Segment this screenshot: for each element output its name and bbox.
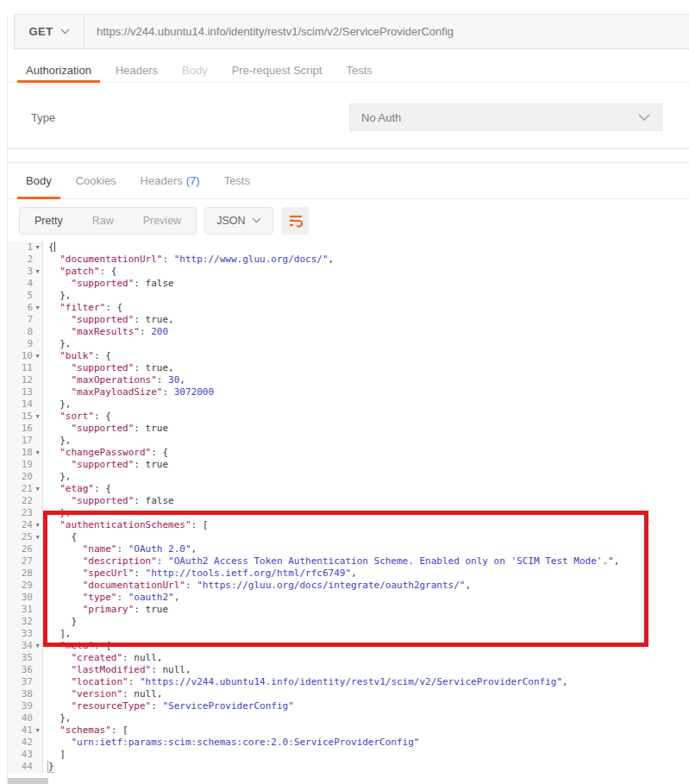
gutter-cell: 38 <box>8 688 43 700</box>
line-number: 4 <box>27 278 33 290</box>
gutter-cell: 35 <box>8 652 43 664</box>
line-number: 7 <box>27 314 33 326</box>
tab-response-body[interactable]: Body <box>14 163 64 198</box>
gutter-cell: 1▼ <box>8 241 43 254</box>
gutter-cell: 36 <box>8 664 43 676</box>
code-text: "bulk": { <box>43 350 111 362</box>
line-number: 39 <box>22 700 33 712</box>
code-text: "supported": false <box>43 495 174 507</box>
code-line: 35 "created": null, <box>8 652 689 664</box>
tab-response-cookies[interactable]: Cookies <box>64 163 128 198</box>
code-editor[interactable]: 1▼{2 "documentationUrl": "http://www.glu… <box>8 241 689 784</box>
gutter-cell: 18▼ <box>8 447 43 459</box>
code-line: 43 ] <box>8 749 689 761</box>
line-number: 23 <box>22 507 33 519</box>
line-number: 31 <box>22 604 33 616</box>
line-number: 6 <box>27 302 33 314</box>
fold-arrow-icon[interactable]: ▼ <box>33 447 42 459</box>
tab-label: Body <box>26 174 52 187</box>
auth-type-label: Type <box>31 111 55 124</box>
code-text: "maxPayloadSize": 3072000 <box>43 386 214 398</box>
tab-headers[interactable]: Headers <box>103 58 170 82</box>
gutter-cell: 17 <box>8 435 43 447</box>
line-number: 15 <box>22 411 33 423</box>
headers-count-badge: (7) <box>186 174 200 187</box>
code-line: 28 "specUrl": "http://tools.ietf.org/htm… <box>8 568 689 580</box>
gutter-cell: 24▼ <box>8 519 43 531</box>
tab-authorization[interactable]: Authorization <box>14 58 103 82</box>
code-line: 33 ], <box>8 628 689 640</box>
code-line: 4 "supported": false <box>8 278 689 290</box>
gutter-cell: 33 <box>8 628 43 640</box>
gutter-cell: 41▼ <box>8 724 43 737</box>
gutter-cell: 27 <box>8 555 43 568</box>
code-text: }, <box>43 712 72 724</box>
fold-arrow-icon[interactable]: ▼ <box>33 483 42 495</box>
code-text: "documentationUrl": "https://gluu.org/do… <box>43 580 471 592</box>
tab-prerequest-script[interactable]: Pre-request Script <box>220 58 335 82</box>
url-input[interactable]: https://v244.ubuntu14.info/identity/rest… <box>85 15 689 48</box>
code-text: "supported": true, <box>43 314 174 326</box>
code-text: }, <box>43 398 72 411</box>
response-toolbar: Pretty Raw Preview JSON <box>7 200 689 241</box>
code-line: 31 "primary": true <box>8 604 689 616</box>
code-line: 2 "documentationUrl": "http://www.gluu.o… <box>8 254 689 266</box>
fold-arrow-icon[interactable]: ▼ <box>33 640 42 652</box>
line-number: 22 <box>22 495 33 507</box>
fold-arrow-icon[interactable]: ▼ <box>33 241 42 254</box>
tab-response-headers[interactable]: Headers (7) <box>128 163 212 198</box>
line-number: 5 <box>27 290 33 302</box>
tab-label: Cookies <box>76 174 116 187</box>
gutter-cell: 25▼ <box>8 531 43 543</box>
wrap-text-icon <box>286 211 305 230</box>
method-dropdown[interactable]: GET <box>15 15 85 48</box>
code-line: 38 "version": null, <box>8 688 689 700</box>
fold-arrow-icon[interactable]: ▼ <box>33 302 42 314</box>
gutter-cell: 2 <box>8 254 43 266</box>
tab-tests[interactable]: Tests <box>334 58 384 82</box>
code-text: }, <box>43 435 72 447</box>
wrap-text-button[interactable] <box>281 207 310 235</box>
code-line: 41▼ "schemas": [ <box>8 724 689 737</box>
code-line: 10▼ "bulk": { <box>8 350 689 362</box>
code-text: "specUrl": "http://tools.ietf.org/html/r… <box>43 568 357 580</box>
line-number: 27 <box>22 555 33 568</box>
line-number: 10 <box>22 350 33 362</box>
fold-arrow-icon[interactable]: ▼ <box>33 411 42 423</box>
code-text: "filter": { <box>43 302 122 314</box>
line-number: 33 <box>22 628 33 640</box>
fold-arrow-icon[interactable]: ▼ <box>33 724 42 737</box>
gutter-cell: 4 <box>8 278 43 290</box>
fold-arrow-icon[interactable]: ▼ <box>33 531 42 543</box>
code-line: 25▼ { <box>8 531 689 543</box>
gutter-cell: 7 <box>8 314 43 326</box>
gutter-cell: 30 <box>8 592 43 604</box>
code-line: 7 "supported": true, <box>8 314 689 326</box>
code-text: "supported": true <box>43 423 168 435</box>
auth-type-value: No Auth <box>361 111 401 124</box>
tab-body[interactable]: Body <box>170 58 220 82</box>
view-pretty-button[interactable]: Pretty <box>20 208 78 234</box>
code-text: }, <box>43 471 72 483</box>
gutter-cell: 26 <box>8 543 43 555</box>
line-number: 12 <box>22 374 33 386</box>
tab-response-tests[interactable]: Tests <box>212 163 262 198</box>
code-text: { <box>43 241 55 254</box>
code-line: 30 "type": "oauth2", <box>8 592 689 604</box>
fold-arrow-icon[interactable]: ▼ <box>33 266 42 278</box>
view-preview-button[interactable]: Preview <box>128 208 196 234</box>
line-number: 41 <box>22 724 33 737</box>
line-number: 25 <box>22 531 33 543</box>
fold-arrow-icon[interactable]: ▼ <box>33 350 42 362</box>
code-line: 1▼{ <box>8 241 689 254</box>
horizontal-scrollbar-thumb[interactable] <box>8 778 48 784</box>
language-dropdown[interactable]: JSON <box>204 207 273 235</box>
line-number: 36 <box>22 664 33 676</box>
view-raw-button[interactable]: Raw <box>78 208 128 234</box>
code-text: "name": "OAuth 2.0", <box>43 543 197 555</box>
code-text: "location": "https://v244.ubuntu14.info/… <box>43 676 568 688</box>
code-text: "supported": false <box>43 278 174 290</box>
code-text: "description": "OAuth2 Access Token Auth… <box>43 555 619 568</box>
fold-arrow-icon[interactable]: ▼ <box>33 519 42 531</box>
auth-type-select[interactable]: No Auth <box>349 103 662 131</box>
